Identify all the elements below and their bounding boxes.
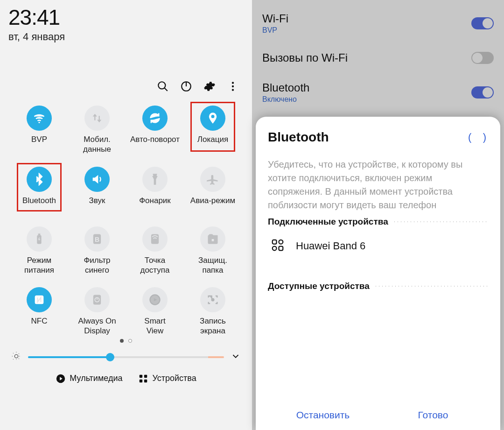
tile-label: SmartView	[144, 316, 165, 336]
svg-point-0	[158, 82, 165, 89]
speaker-icon[interactable]	[84, 167, 110, 192]
tile-wifi[interactable]: BVP	[10, 106, 68, 155]
search-icon[interactable]	[157, 80, 169, 92]
b-icon[interactable]: B	[84, 226, 110, 252]
svg-line-1	[164, 88, 168, 91]
tile-bluetooth[interactable]: Bluetooth	[10, 167, 68, 214]
bluetooth-sheet: Bluetooth ( ) Убедитесь, что на устройст…	[256, 117, 500, 430]
brightness-thumb[interactable]	[106, 353, 114, 361]
tile-auto-rotate[interactable]: Авто-поворот	[126, 106, 184, 155]
tile-mobile-data[interactable]: Мобил.данные	[68, 106, 126, 155]
gear-icon[interactable]	[203, 80, 216, 92]
device-row[interactable]: Huawei Band 6	[268, 227, 488, 265]
available-section-label: Доступные устройства	[268, 281, 370, 291]
tile-label: Локация	[197, 134, 228, 153]
svg-rect-34	[140, 379, 142, 382]
tile-label: Защищ.папка	[198, 255, 227, 275]
tile-label: Bluetooth	[22, 196, 56, 214]
nfc-icon[interactable]	[27, 287, 52, 312]
tile-label: Фильтрсинего	[84, 255, 110, 275]
brightness-row	[8, 351, 244, 363]
tile-power-mode[interactable]: Режимпитания	[10, 226, 68, 275]
bt-icon[interactable]	[27, 167, 52, 192]
battery-icon[interactable]	[27, 226, 52, 252]
bottom-bar: Мультимедиа Устройства	[8, 374, 244, 388]
tile-secure-folder[interactable]: Защищ.папка	[184, 226, 242, 275]
svg-rect-37	[279, 240, 283, 244]
hotspot-icon[interactable]	[142, 226, 168, 252]
wifi-icon[interactable]	[27, 106, 52, 131]
pin-icon[interactable]	[200, 106, 225, 131]
paired-section-label: Подключенные устройства	[268, 217, 388, 227]
sheet-title: Bluetooth	[268, 130, 329, 145]
svg-rect-33	[144, 374, 147, 377]
rotate-icon[interactable]	[142, 106, 168, 131]
done-button[interactable]: Готово	[378, 409, 488, 421]
svg-rect-9	[38, 233, 41, 235]
svg-rect-13	[212, 239, 214, 241]
flash-icon[interactable]	[142, 167, 168, 192]
divider-dotted	[393, 221, 488, 222]
tile-label: Записьэкрана	[200, 316, 226, 336]
watch-icon	[271, 238, 285, 254]
tile-blue-filter[interactable]: BФильтрсинего	[68, 226, 126, 275]
tile-label: Мобил.данные	[83, 134, 111, 155]
svg-line-29	[19, 353, 20, 354]
svg-rect-35	[144, 379, 147, 382]
sheet-description: Убедитесь, что на устройстве, к которому…	[268, 158, 488, 212]
scan-spinner-icon: ( )	[468, 131, 488, 143]
svg-text:B: B	[95, 235, 99, 243]
folder-icon[interactable]	[200, 226, 225, 252]
updown-icon[interactable]	[84, 106, 110, 131]
tile-label: Авиа-режим	[190, 196, 235, 214]
tile-label: BVP	[31, 134, 47, 153]
tiles-grid: BVPМобил.данныеАвто-поворотЛокацияBlueto…	[8, 106, 244, 336]
chevron-down-icon[interactable]	[231, 351, 241, 363]
svg-point-5	[232, 85, 234, 87]
tile-airplane[interactable]: Авиа-режим	[184, 167, 242, 214]
record-icon[interactable]	[200, 287, 225, 312]
tile-label: Режимпитания	[24, 255, 54, 275]
tile-smart-view[interactable]: SmartView	[126, 287, 184, 336]
svg-point-4	[232, 82, 234, 84]
svg-line-27	[19, 359, 20, 360]
quick-settings-panel: 23:41 вт, 4 января BVPМобил.данныеАвто-п…	[0, 0, 252, 430]
svg-point-21	[14, 354, 18, 358]
top-actions	[8, 80, 244, 92]
svg-rect-32	[140, 374, 142, 377]
more-icon[interactable]	[227, 80, 239, 92]
tile-hotspot[interactable]: Точкадоступа	[126, 226, 184, 275]
tile-location[interactable]: Локация	[184, 106, 242, 155]
clock-icon[interactable]	[84, 287, 110, 312]
devices-button[interactable]: Устройства	[138, 374, 196, 384]
tile-sound[interactable]: Звук	[68, 167, 126, 214]
sheet-actions: Остановить Готово	[268, 398, 488, 430]
device-name: Huawei Band 6	[296, 240, 365, 252]
svg-point-6	[232, 89, 234, 91]
tile-screen-record[interactable]: Записьэкрана	[184, 287, 242, 336]
tile-label: Фонарик	[139, 196, 171, 214]
page-dot-active	[120, 339, 124, 343]
svg-point-7	[38, 122, 40, 123]
power-icon[interactable]	[180, 80, 192, 92]
tile-aod[interactable]: Always OnDisplay	[68, 287, 126, 336]
smartview-icon[interactable]	[142, 287, 168, 312]
brightness-slider[interactable]	[28, 356, 224, 358]
svg-rect-36	[273, 240, 277, 244]
media-button[interactable]: Мультимедиа	[56, 374, 122, 384]
page-dot-inactive	[128, 339, 132, 343]
svg-rect-38	[273, 247, 277, 251]
clock-date: вт, 4 января	[8, 31, 244, 43]
media-label: Мультимедиа	[70, 374, 122, 383]
plane-icon[interactable]	[200, 167, 225, 192]
tile-flashlight[interactable]: Фонарик	[126, 167, 184, 214]
stop-button[interactable]: Остановить	[268, 409, 378, 421]
tile-label: NFC	[31, 316, 48, 335]
tile-label: Звук	[89, 196, 105, 214]
svg-point-20	[211, 298, 215, 302]
tile-label: Авто-поворот	[130, 134, 180, 153]
svg-rect-39	[279, 247, 283, 251]
tile-nfc[interactable]: NFC	[10, 287, 68, 336]
svg-line-26	[13, 353, 14, 354]
divider-dotted	[374, 286, 488, 287]
